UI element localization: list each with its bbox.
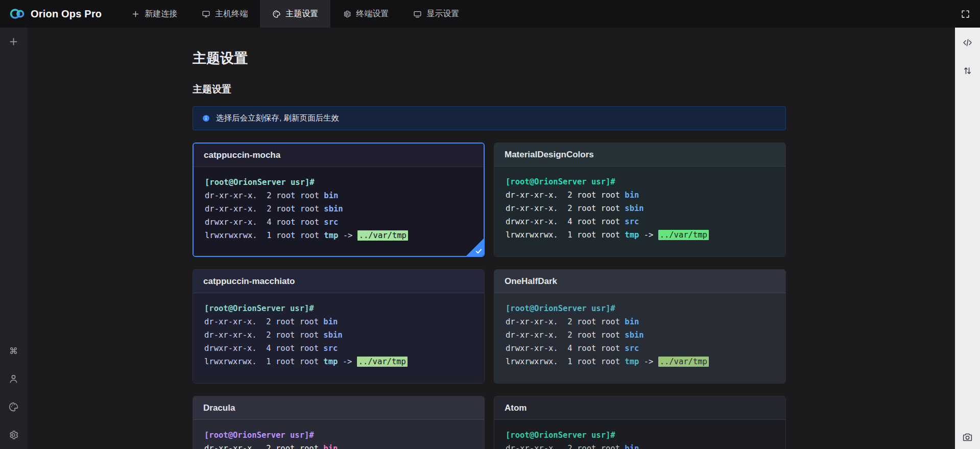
symlink-target: ../var/tmp [357,357,408,367]
user-icon [8,373,19,384]
info-alert: 选择后会立刻保存, 刷新页面后生效 [193,106,786,130]
brand: Orion Ops Pro [0,7,112,21]
gear-icon [8,430,19,440]
terminal-prompt: [root@OrionServer usr]# [204,429,473,442]
theme-card[interactable]: OneHalfDark [root@OrionServer usr]#dr-xr… [494,269,786,384]
theme-card-header: catppuccin-macchiato [193,270,484,293]
terminal-line: dr-xr-xr-x. 2 root root sbin [506,328,774,342]
theme-card[interactable]: catppuccin-macchiato [root@OrionServer u… [193,269,485,384]
left-rail [0,28,27,449]
terminal-line-symlink: lrwxrwxrwx. 1 root root tmp -> ../var/tm… [506,228,774,242]
terminal-preview: [root@OrionServer usr]#dr-xr-xr-x. 2 roo… [494,167,785,257]
terminal-prompt: [root@OrionServer usr]# [506,175,774,188]
display-icon [413,10,422,18]
terminal-prompt: [root@OrionServer usr]# [506,302,774,315]
nav-item-label: 主题设置 [285,9,318,19]
terminal-preview: [root@OrionServer usr]#dr-xr-xr-x. 2 roo… [193,293,484,384]
theme-name: catppuccin-mocha [204,150,280,160]
theme-card-header: MaterialDesignColors [494,143,785,167]
command-button[interactable] [7,343,21,358]
sort-icon [962,65,973,76]
terminal-line-symlink: lrwxrwxrwx. 1 root root tmp -> ../var/tm… [506,355,774,368]
right-rail [955,28,980,449]
palette-button[interactable] [7,399,21,414]
sort-button[interactable] [961,63,975,78]
theme-name: Dracula [203,403,235,413]
page-title: 主题设置 [193,49,786,67]
code-icon [962,37,973,48]
terminal-line: dr-xr-xr-x. 2 root root bin [506,442,774,449]
fullscreen-button[interactable] [959,7,972,20]
user-button[interactable] [7,371,21,386]
theme-name: OneHalfDark [505,276,557,287]
main-content: 主题设置 主题设置 选择后会立刻保存, 刷新页面后生效 catppuccin-m… [27,28,955,449]
terminal-line: dr-xr-xr-x. 2 root root bin [506,188,774,202]
symlink-target: ../var/tmp [658,230,709,240]
selected-corner [466,239,484,256]
nav-item-label: 显示设置 [426,9,459,19]
theme-card[interactable]: catppuccin-mocha [root@OrionServer usr]#… [193,143,485,257]
nav-item[interactable]: 主题设置 [260,0,330,28]
themes-grid: catppuccin-mocha [root@OrionServer usr]#… [193,143,786,449]
terminal-line: drwxr-xr-x. 4 root root src [506,215,774,228]
app-logo-icon [9,7,26,21]
terminal-line-symlink: lrwxrwxrwx. 1 root root tmp -> ../var/tm… [205,229,472,242]
theme-card[interactable]: Atom [root@OrionServer usr]#dr-xr-xr-x. … [494,396,786,449]
section-title: 主题设置 [193,83,786,96]
info-alert-text: 选择后会立刻保存, 刷新页面后生效 [216,113,339,124]
terminal-preview: [root@OrionServer usr]#dr-xr-xr-x. 2 roo… [193,420,484,449]
terminal-line: dr-xr-xr-x. 2 root root sbin [506,202,774,215]
terminal-line: drwxr-xr-x. 4 root root src [204,342,473,355]
command-icon [8,345,19,356]
check-icon [475,247,483,255]
nav-item-label: 主机终端 [215,9,248,19]
nav-item-label: 新建连接 [145,9,177,19]
plus-icon [131,10,140,18]
terminal-prompt: [root@OrionServer usr]# [506,429,774,442]
terminal-preview: [root@OrionServer usr]#dr-xr-xr-x. 2 roo… [494,420,785,449]
monitor-icon [202,10,210,18]
plus-button[interactable] [7,34,21,49]
fullscreen-icon [961,9,970,19]
terminal-preview: [root@OrionServer usr]#dr-xr-xr-x. 2 roo… [194,167,484,257]
theme-card-header: Atom [494,396,785,420]
terminal-line: dr-xr-xr-x. 2 root root bin [204,442,473,449]
terminal-prompt: [root@OrionServer usr]# [204,302,473,315]
terminal-line: dr-xr-xr-x. 2 root root bin [204,315,473,328]
palette-icon [272,10,281,18]
theme-name: Atom [505,403,527,413]
plus-icon [8,36,19,47]
terminal-line: dr-xr-xr-x. 2 root root sbin [204,328,473,342]
nav-item[interactable]: 主机终端 [189,0,260,28]
terminal-line: drwxr-xr-x. 4 root root src [205,216,472,229]
terminal-preview: [root@OrionServer usr]#dr-xr-xr-x. 2 roo… [494,293,785,384]
gear-icon [343,10,351,18]
info-icon [202,114,210,123]
nav-item[interactable]: 新建连接 [119,0,189,28]
theme-card[interactable]: Dracula [root@OrionServer usr]#dr-xr-xr-… [193,396,485,449]
terminal-line: dr-xr-xr-x. 2 root root bin [506,315,774,328]
camera-button[interactable] [961,430,975,444]
theme-card-header: OneHalfDark [494,270,785,293]
theme-card-header: Dracula [193,396,484,420]
symlink-target: ../var/tmp [658,357,709,367]
main-nav: 新建连接主机终端主题设置终端设置显示设置 [119,0,471,28]
terminal-line: dr-xr-xr-x. 2 root root bin [205,189,472,202]
terminal-line: drwxr-xr-x. 4 root root src [506,342,774,355]
terminal-line: dr-xr-xr-x. 2 root root sbin [205,202,472,216]
nav-item-label: 终端设置 [356,9,389,19]
camera-icon [962,432,973,442]
palette-icon [8,401,19,412]
theme-name: catppuccin-macchiato [203,276,295,287]
code-button[interactable] [961,35,975,50]
app-title: Orion Ops Pro [31,8,102,20]
symlink-target: ../var/tmp [357,230,408,241]
theme-card[interactable]: MaterialDesignColors [root@OrionServer u… [494,143,786,257]
top-navbar: Orion Ops Pro 新建连接主机终端主题设置终端设置显示设置 [0,0,980,28]
nav-item[interactable]: 终端设置 [330,0,401,28]
terminal-line-symlink: lrwxrwxrwx. 1 root root tmp -> ../var/tm… [204,355,473,368]
theme-card-header: catppuccin-mocha [194,144,484,167]
theme-name: MaterialDesignColors [505,150,594,160]
nav-item[interactable]: 显示设置 [401,0,471,28]
gear-button[interactable] [7,428,21,442]
